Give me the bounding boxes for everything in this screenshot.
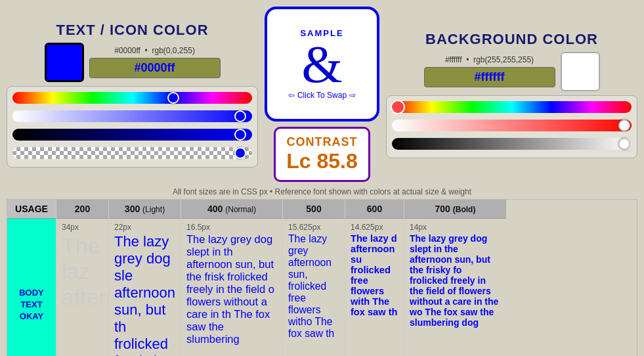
- right-color-panel: BACKGROUND COLOR #ffffff • rgb(255,255,2…: [386, 31, 637, 158]
- right-bw-thumb[interactable]: [618, 138, 630, 150]
- left-color-display-row: #0000ff • rgb(0,0,255): [45, 43, 221, 82]
- usage-column: USAGE BODYTEXTOKAY: [7, 200, 56, 356]
- left-color-info: #0000ff • rgb(0,0,255): [89, 46, 221, 78]
- right-red-slider-row: [392, 120, 632, 134]
- col-500-px: 15.625px: [288, 223, 339, 232]
- col-700-px: 14px: [410, 223, 501, 232]
- lc-label: Lc: [286, 149, 311, 173]
- col-300-weight: 300: [125, 204, 140, 214]
- left-light-thumb[interactable]: [234, 129, 246, 141]
- left-sat-thumb[interactable]: [234, 110, 246, 122]
- right-panel-title: BACKGROUND COLOR: [425, 31, 598, 48]
- col-600-text: The lazy d afternoon su frolicked free f…: [351, 233, 398, 317]
- col-600-px: 14.625px: [351, 223, 398, 232]
- reference-note: All font sizes are in CSS px • Reference…: [7, 187, 637, 196]
- col-300-px: 22px: [114, 223, 175, 232]
- contrast-num-val: 85.8: [316, 149, 357, 173]
- col-500: 500 15.625px The lazy grey afternoon sun…: [283, 200, 345, 356]
- right-hex-small: #ffffff: [445, 55, 462, 64]
- col-700-text: The lazy grey dog slept in the afternoon…: [410, 233, 501, 328]
- center-swap-area: SAMPLE & ⇦ Click To Swap ⇨ CONTRAST Lc 8…: [265, 7, 379, 182]
- right-color-values: #ffffff • rgb(255,255,255): [424, 55, 555, 64]
- col-600-body: 14.625px The lazy d afternoon su frolick…: [345, 219, 404, 356]
- left-hex-small: #0000ff: [114, 46, 140, 55]
- col-400-body: 16.5px The lazy grey dog slept in th aft…: [181, 219, 282, 356]
- right-red-thumb[interactable]: [618, 120, 630, 131]
- bottom-section: All font sizes are in CSS px • Reference…: [7, 187, 637, 356]
- col-300-body: 22px The lazy grey dog sle afternoon sun…: [109, 219, 181, 356]
- col-200-text: The laz afternc: [62, 233, 103, 310]
- col-400-weight: 400: [207, 204, 223, 214]
- col-400-suffix: (Normal): [225, 205, 256, 214]
- left-color-panel: TEXT / ICON COLOR #0000ff • rgb(0,0,255): [7, 22, 258, 167]
- left-hex-input[interactable]: [89, 58, 221, 78]
- swap-click-text-label: Click To Swap: [297, 91, 347, 100]
- right-sliders-panel: [386, 95, 637, 158]
- left-hue-track[interactable]: [12, 92, 252, 104]
- col-500-body: 15.625px The lazy grey afternoon sun, fr…: [283, 219, 345, 356]
- left-alpha-slider-row: [12, 147, 252, 162]
- left-alpha-thumb[interactable]: [234, 147, 246, 159]
- col-700: 700 (Bold) 14px The lazy grey dog slept …: [404, 200, 506, 356]
- col-600: 600 14.625px The lazy d afternoon su fro…: [345, 200, 404, 356]
- swap-button[interactable]: SAMPLE & ⇦ Click To Swap ⇨: [265, 7, 379, 122]
- left-rgb-small: rgb(0,0,255): [152, 46, 195, 55]
- col-200-body: 34px The laz afternc: [56, 219, 108, 356]
- left-sat-track[interactable]: [12, 110, 252, 122]
- right-red-track[interactable]: [392, 120, 632, 131]
- col-700-header: 700 (Bold): [404, 200, 506, 219]
- right-bw-track[interactable]: [392, 138, 632, 150]
- col-500-header: 500: [283, 200, 345, 219]
- arrow-right-icon: ⇨: [349, 91, 356, 100]
- usage-header: USAGE: [7, 200, 56, 219]
- col-300-text: The lazy grey dog sle afternoon sun, but…: [114, 233, 175, 356]
- col-500-text: The lazy grey afternoon sun, frolicked f…: [288, 233, 339, 340]
- col-400: 400 (Normal) 16.5px The lazy grey dog sl…: [181, 200, 283, 356]
- contrast-box: CONTRAST Lc 85.8: [274, 127, 370, 182]
- contrast-value: Lc 85.8: [286, 149, 358, 173]
- col-200-weight: 200: [75, 204, 90, 214]
- col-400-px: 16.5px: [186, 223, 277, 232]
- right-bw-slider-row: [392, 138, 632, 152]
- right-rgb-small: rgb(255,255,255): [473, 55, 534, 64]
- contrast-label: CONTRAST: [286, 135, 358, 149]
- arrow-left-icon: ⇦: [288, 91, 295, 100]
- right-color-info: #ffffff • rgb(255,255,255): [424, 55, 555, 87]
- left-panel-title: TEXT / ICON COLOR: [56, 22, 208, 39]
- left-hue-slider-row: [12, 92, 252, 106]
- col-400-text: The lazy grey dog slept in th afternoon …: [186, 233, 277, 345]
- left-color-swatch[interactable]: [45, 43, 84, 82]
- col-300-header: 300 (Light): [109, 200, 181, 219]
- right-hex-input[interactable]: [424, 67, 555, 87]
- main-container: TEXT / ICON COLOR #0000ff • rgb(0,0,255): [0, 0, 644, 356]
- right-color-display-row: #ffffff • rgb(255,255,255): [424, 52, 600, 91]
- col-700-weight: 700: [435, 204, 450, 214]
- top-section: TEXT / ICON COLOR #0000ff • rgb(0,0,255): [7, 7, 637, 182]
- col-200-px: 34px: [62, 223, 103, 232]
- left-sliders-panel: [7, 86, 258, 167]
- left-sat-slider-row: [12, 110, 252, 125]
- col-200-header: 200: [56, 200, 108, 219]
- usage-table: USAGE BODYTEXTOKAY 200 34px The laz afte…: [7, 199, 637, 356]
- col-500-weight: 500: [306, 204, 321, 214]
- col-700-body: 14px The lazy grey dog slept in the afte…: [404, 219, 506, 356]
- col-200: 200 34px The laz afternc: [56, 200, 109, 356]
- right-color-swatch[interactable]: [561, 52, 600, 91]
- swap-click-label: ⇦ Click To Swap ⇨: [288, 91, 356, 100]
- col-300: 300 (Light) 22px The lazy grey dog sle a…: [109, 200, 181, 356]
- left-hue-thumb[interactable]: [167, 92, 179, 104]
- left-light-track[interactable]: [12, 129, 252, 141]
- usage-body: BODYTEXTOKAY: [7, 219, 56, 356]
- right-hue-slider-row: [392, 101, 632, 116]
- left-color-values: #0000ff • rgb(0,0,255): [89, 46, 221, 55]
- col-400-header: 400 (Normal): [181, 200, 282, 219]
- col-700-suffix: (Bold): [453, 205, 476, 214]
- swap-ampersand: &: [301, 38, 342, 91]
- right-hue-track[interactable]: [392, 101, 632, 113]
- col-600-header: 600: [345, 200, 404, 219]
- col-300-suffix: (Light): [142, 205, 165, 214]
- left-alpha-track[interactable]: [12, 147, 252, 159]
- right-hue-thumb[interactable]: [392, 101, 404, 113]
- left-light-slider-row: [12, 129, 252, 143]
- col-600-weight: 600: [367, 204, 382, 214]
